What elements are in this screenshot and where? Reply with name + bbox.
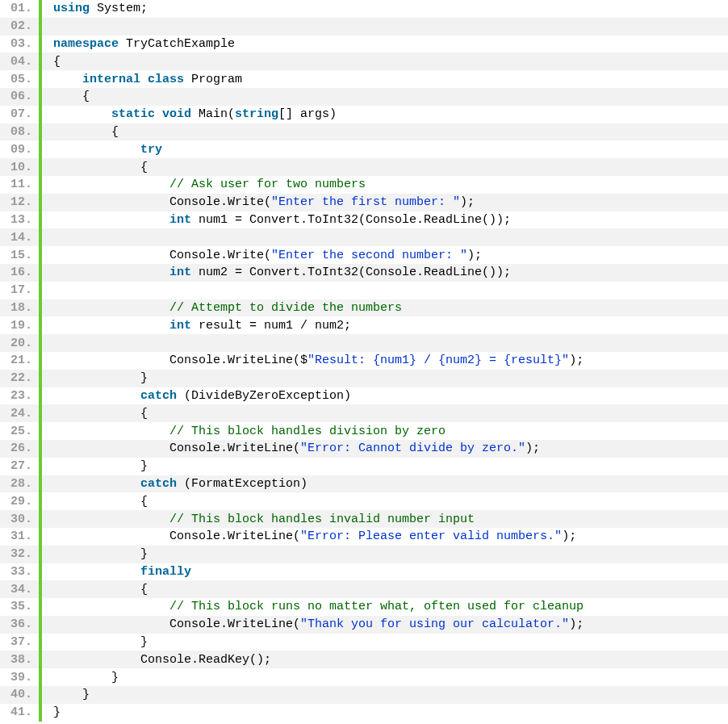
line-number: 40. bbox=[0, 688, 39, 701]
token-plain: ); bbox=[569, 617, 584, 631]
line-number: 10. bbox=[0, 161, 39, 174]
line-number: 04. bbox=[0, 55, 39, 69]
code-content: Console.WriteLine("Error: Please enter v… bbox=[42, 529, 576, 543]
code-line: 34. { bbox=[0, 580, 728, 598]
gutter-bar bbox=[39, 334, 42, 352]
token-plain: (DivideByZeroException) bbox=[177, 389, 351, 403]
code-content: Console.ReadKey(); bbox=[42, 653, 271, 667]
line-number: 09. bbox=[0, 143, 39, 157]
code-content: // This block handles division by zero bbox=[42, 425, 446, 438]
token-plain: result = num1 / num2; bbox=[191, 319, 351, 333]
code-content: Console.WriteLine($"Result: {num1} / {nu… bbox=[42, 354, 584, 367]
token-plain bbox=[53, 565, 140, 579]
token-kw: void bbox=[162, 107, 191, 121]
token-plain: } bbox=[53, 635, 148, 649]
code-block: 01.using System;02.03.namespace TryCatch… bbox=[0, 0, 728, 722]
token-plain: ); bbox=[562, 529, 576, 543]
code-content: Console.Write("Enter the second number: … bbox=[42, 249, 482, 262]
token-plain: { bbox=[53, 125, 119, 139]
code-content: } bbox=[42, 688, 90, 701]
line-number: 06. bbox=[0, 90, 39, 103]
token-com: // Ask user for two numbers bbox=[169, 178, 366, 191]
line-number: 38. bbox=[0, 653, 39, 667]
token-plain: ); bbox=[569, 354, 584, 367]
code-line: 15. Console.Write("Enter the second numb… bbox=[0, 246, 728, 264]
token-plain bbox=[53, 477, 140, 491]
code-content: } bbox=[42, 671, 119, 684]
token-plain: } bbox=[53, 705, 61, 719]
code-content: catch (DivideByZeroException) bbox=[42, 389, 351, 403]
token-plain: { bbox=[53, 583, 148, 596]
token-plain: Console.Write( bbox=[53, 249, 271, 262]
code-line: 07. static void Main(string[] args) bbox=[0, 106, 728, 123]
token-kw: catch bbox=[140, 477, 177, 491]
token-plain: Console.WriteLine($ bbox=[53, 354, 308, 367]
token-plain: [] args) bbox=[278, 107, 337, 121]
token-plain bbox=[53, 178, 169, 191]
code-content: } bbox=[42, 635, 148, 649]
code-line: 29. { bbox=[0, 492, 728, 510]
code-content: catch (FormatException) bbox=[42, 477, 308, 491]
code-line: 02. bbox=[0, 18, 728, 36]
line-number: 28. bbox=[0, 477, 39, 491]
line-number: 03. bbox=[0, 37, 39, 51]
line-number: 20. bbox=[0, 337, 39, 350]
code-content: { bbox=[42, 161, 148, 174]
code-content: static void Main(string[] args) bbox=[42, 107, 337, 121]
line-number: 07. bbox=[0, 107, 39, 121]
code-content: int result = num1 / num2; bbox=[42, 319, 351, 333]
code-line: 06. { bbox=[0, 88, 728, 106]
code-line: 40. } bbox=[0, 686, 728, 704]
code-line: 19. int result = num1 / num2; bbox=[0, 316, 728, 334]
token-str: "Thank you for using our calculator." bbox=[300, 617, 569, 631]
token-plain bbox=[53, 513, 169, 526]
code-line: 18. // Attempt to divide the numbers bbox=[0, 299, 728, 317]
code-line: 17. bbox=[0, 282, 728, 299]
code-line: 12. Console.Write("Enter the first numbe… bbox=[0, 194, 728, 211]
code-content: { bbox=[42, 495, 148, 508]
code-line: 37. } bbox=[0, 634, 728, 651]
token-plain bbox=[53, 600, 169, 613]
code-line: 30. // This block handles invalid number… bbox=[0, 510, 728, 528]
line-number: 32. bbox=[0, 547, 39, 561]
token-plain: } bbox=[53, 459, 148, 473]
token-plain bbox=[53, 301, 169, 315]
token-com: // This block handles invalid number inp… bbox=[169, 513, 475, 526]
token-str: "Enter the first number: " bbox=[271, 195, 460, 209]
code-line: 21. Console.WriteLine($"Result: {num1} /… bbox=[0, 352, 728, 370]
line-number: 23. bbox=[0, 389, 39, 403]
line-number: 22. bbox=[0, 371, 39, 385]
code-content: } bbox=[42, 547, 148, 561]
token-plain bbox=[53, 143, 140, 157]
token-plain: ); bbox=[467, 249, 482, 262]
line-number: 19. bbox=[0, 319, 39, 333]
code-content: Console.Write("Enter the first number: "… bbox=[42, 195, 475, 209]
line-number: 36. bbox=[0, 617, 39, 631]
code-line: 32. } bbox=[0, 546, 728, 563]
token-plain: { bbox=[53, 161, 148, 174]
line-number: 34. bbox=[0, 583, 39, 596]
code-line: 11. // Ask user for two numbers bbox=[0, 176, 728, 194]
code-line: 08. { bbox=[0, 123, 728, 141]
token-plain: num1 = Convert.ToInt32(Console.ReadLine(… bbox=[191, 213, 511, 227]
code-line: 36. Console.WriteLine("Thank you for usi… bbox=[0, 616, 728, 634]
code-line: 23. catch (DivideByZeroException) bbox=[0, 387, 728, 405]
code-line: 24. { bbox=[0, 404, 728, 422]
token-plain bbox=[53, 319, 169, 333]
token-plain: { bbox=[53, 90, 90, 103]
line-number: 29. bbox=[0, 495, 39, 508]
line-number: 24. bbox=[0, 407, 39, 421]
line-number: 16. bbox=[0, 266, 39, 279]
token-str: "Error: Please enter valid numbers." bbox=[300, 529, 562, 543]
line-number: 05. bbox=[0, 73, 39, 86]
line-number: 13. bbox=[0, 213, 39, 227]
code-content: { bbox=[42, 407, 148, 421]
line-number: 31. bbox=[0, 529, 39, 543]
code-line: 20. bbox=[0, 334, 728, 352]
code-line: 26. Console.WriteLine("Error: Cannot div… bbox=[0, 440, 728, 458]
token-str: "Result: {num1} / {num2} = {result}" bbox=[308, 354, 569, 367]
code-line: 01.using System; bbox=[0, 0, 728, 18]
line-number: 37. bbox=[0, 635, 39, 649]
line-number: 26. bbox=[0, 442, 39, 455]
code-line: 22. } bbox=[0, 370, 728, 387]
